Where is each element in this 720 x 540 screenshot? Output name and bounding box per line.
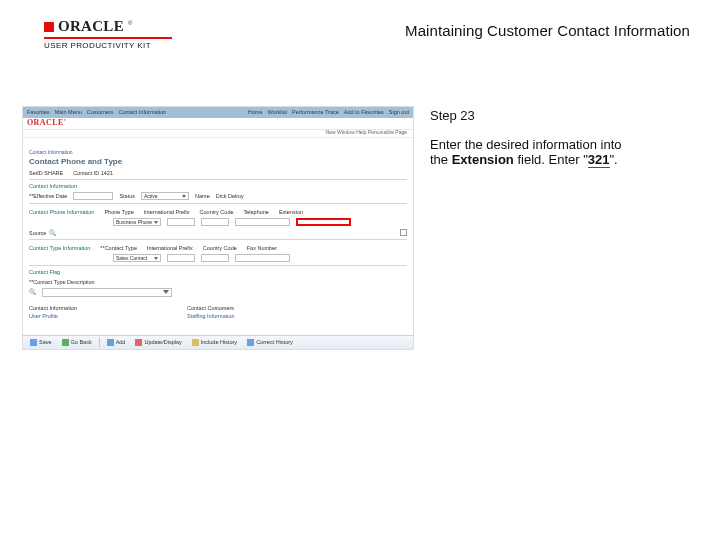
field-name: Extension [452, 152, 514, 167]
entry-value: 321 [588, 152, 610, 168]
add-button[interactable]: Add [104, 337, 129, 347]
brand-name: ORACLE [58, 18, 124, 35]
breadcrumb-item[interactable]: Main Menu [55, 109, 82, 115]
body: Favorites Main Menu Customers Contact In… [22, 106, 698, 350]
bottom-links: Contact Information User Profile Contact… [29, 305, 407, 319]
link-user-profile[interactable]: User Profile [29, 313, 77, 319]
checkbox-primary[interactable] [400, 229, 407, 236]
select-flag[interactable] [42, 288, 172, 297]
row-phone-values: Business Phone [29, 218, 407, 226]
input-intl2[interactable] [167, 254, 195, 262]
correct-button[interactable]: Correct History [244, 337, 296, 347]
back-button[interactable]: Go Back [59, 337, 95, 347]
instruction-text: Enter the desired information into the E… [430, 137, 698, 167]
input-code[interactable] [201, 218, 229, 226]
perf-trace-link[interactable]: Performance Trace [292, 109, 339, 115]
tab-contactid: Contact ID 1421 [73, 170, 113, 176]
lbl-ctype2: *Contact Type Description [29, 279, 95, 285]
input-intl[interactable] [167, 218, 195, 226]
lbl-intl2: International Prefix [147, 245, 193, 251]
record-tabs: SetID SHARE Contact ID 1421 [29, 170, 407, 176]
correct-icon [247, 339, 254, 346]
lbl-name: Name [195, 193, 210, 199]
instruction-panel: Step 23 Enter the desired information in… [430, 106, 698, 350]
brand-reg: ® [128, 20, 132, 26]
input-fax[interactable] [235, 254, 290, 262]
oracle-logo-mark [44, 22, 54, 32]
update-icon [135, 339, 142, 346]
breadcrumb: Favorites Main Menu Customers Contact In… [27, 109, 166, 115]
add-fav-link[interactable]: Add to Favorites [344, 109, 384, 115]
section-contact-phone: Contact Phone Information Phone Type Int… [29, 209, 407, 215]
tab-setid: SetID SHARE [29, 170, 63, 176]
lbl-fax: Fax Number [247, 245, 277, 251]
step-label: Step 23 [430, 108, 698, 123]
lbl-effdate: *Effective Date [29, 193, 67, 199]
input-extension[interactable] [296, 218, 351, 226]
page-title: Maintaining Customer Contact Information [405, 18, 696, 39]
section-contact-type-lbl: Contact Type Information [29, 245, 90, 251]
val-name: Dick Delroy [216, 193, 244, 199]
link-staffing[interactable]: Staffing Information [187, 313, 235, 319]
row-type-values: Sales Contact [29, 254, 407, 262]
brand-divider [44, 37, 172, 39]
select-phonetype[interactable]: Business Phone [113, 218, 161, 226]
section-contact-phone-lbl: Contact Phone Information [29, 209, 94, 215]
row-contact-info: *Effective Date Status Active Name Dick … [29, 192, 407, 200]
brand: ORACLE ® USER PRODUCTIVITY KIT [44, 18, 172, 50]
lbl-status: Status [119, 193, 135, 199]
save-button[interactable]: Save [27, 337, 55, 347]
signout-link[interactable]: Sign out [389, 109, 409, 115]
input-tel[interactable] [235, 218, 290, 226]
header: ORACLE ® USER PRODUCTIVITY KIT Maintaini… [44, 18, 696, 50]
lookup-icon[interactable]: 🔍 [49, 230, 56, 237]
col2-head: Contact Customers [187, 305, 234, 311]
worklist-link[interactable]: Worklist [268, 109, 287, 115]
history-button[interactable]: Include History [189, 337, 240, 347]
section-contact-type: Contact Type Information *Contact Type I… [29, 245, 407, 251]
update-button[interactable]: Update/Display [132, 337, 184, 347]
home-link[interactable]: Home [248, 109, 263, 115]
history-icon [192, 339, 199, 346]
lbl-ext: Extension [279, 209, 303, 215]
input-code2[interactable] [201, 254, 229, 262]
col1-head: Contact Information [29, 305, 77, 311]
select-status[interactable]: Active [141, 192, 189, 200]
brand-sub: USER PRODUCTIVITY KIT [44, 41, 172, 50]
lbl-code2: Country Code [203, 245, 237, 251]
lbl-tel: Telephone [244, 209, 269, 215]
breadcrumb-item[interactable]: Favorites [27, 109, 50, 115]
row-flag: *Contact Type Description [29, 279, 407, 285]
section-contact-info: Contact Information [29, 183, 407, 189]
section-contact-flag: Contact Flag [29, 269, 407, 275]
lookup-icon[interactable]: 🔍 [29, 289, 36, 296]
toolbar: Save Go Back Add Update/Display Include … [23, 335, 413, 349]
breadcrumb-bar: Favorites Main Menu Customers Contact In… [23, 107, 413, 118]
row-phone-extra: Source 🔍 [29, 229, 407, 236]
add-icon [107, 339, 114, 346]
global-links: Home Worklist Performance Trace Add to F… [248, 109, 409, 115]
util-links[interactable]: New Window Help Personalize Page [23, 130, 413, 138]
back-icon [62, 339, 69, 346]
lbl-ctype: *Contact Type [100, 245, 137, 251]
input-effdate[interactable] [73, 192, 113, 200]
oracle-app-logo: ORACLE' [27, 119, 66, 128]
personalize-link[interactable] [23, 138, 413, 146]
app-screenshot: Favorites Main Menu Customers Contact In… [22, 106, 414, 350]
section-crumb: Contact Information [29, 150, 407, 156]
lbl-intl: International Prefix [144, 209, 190, 215]
breadcrumb-item[interactable]: Customers [87, 109, 114, 115]
section-title: Contact Phone and Type [29, 158, 407, 167]
select-ctype[interactable]: Sales Contact [113, 254, 161, 262]
save-icon [30, 339, 37, 346]
lbl-phonetype: Phone Type [104, 209, 133, 215]
breadcrumb-item[interactable]: Contact Information [118, 109, 166, 115]
lbl-code: Country Code [200, 209, 234, 215]
